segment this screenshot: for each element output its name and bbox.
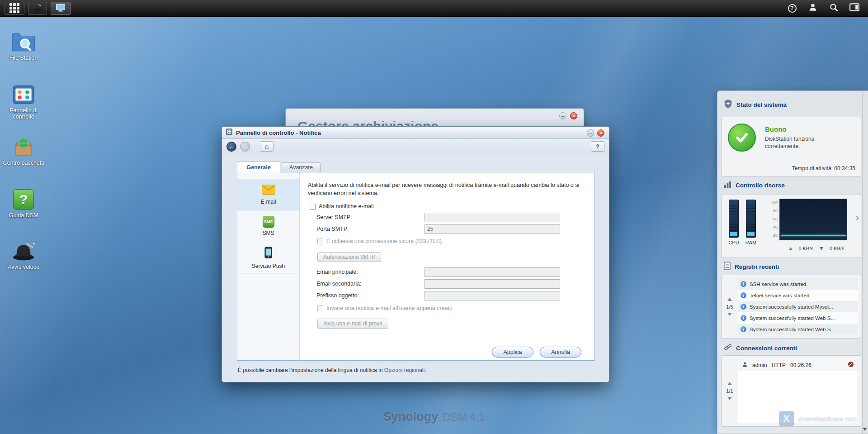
log-row[interactable]: i SSH service was started.	[738, 278, 858, 290]
tab-avanzate[interactable]: Avanzate	[282, 162, 321, 172]
log-row[interactable]: i System successfully started Web S...	[738, 324, 858, 335]
log-row[interactable]: i System successfully started Web S...	[738, 312, 858, 324]
smtp-server-input[interactable]	[425, 213, 560, 222]
minimize-button[interactable]: –	[587, 129, 594, 137]
enable-email-checkbox[interactable]: Abilita notifiche e-mail	[310, 203, 374, 210]
uptime-text: Tempo di attività: 00:34:35	[792, 165, 855, 172]
forward-button[interactable]: →	[240, 142, 250, 152]
taskbar-right-icons: ?	[787, 3, 863, 14]
smtp-port-row: Porta SMTP:	[300, 224, 594, 234]
ram-meter	[746, 200, 756, 238]
page-indicator: 1/1	[726, 388, 733, 394]
home-button[interactable]: ⌂	[260, 141, 274, 152]
desktop-icon-label: Avvio veloce	[2, 264, 45, 270]
page-down-button[interactable]	[727, 397, 732, 400]
minimize-button[interactable]: –	[559, 112, 566, 119]
sms-icon: SMS	[263, 216, 274, 228]
title-bar[interactable]: Pannello di controllo - Notifica – ×	[222, 127, 609, 139]
notify-new-user-checkbox[interactable]: Inviare una notifica e-mail all'utente a…	[317, 305, 453, 311]
page-down-button[interactable]	[727, 313, 732, 316]
desktop-icon-dsm-help[interactable]: ? Guida DSM	[2, 186, 45, 219]
dsm-help-icon: ?	[2, 186, 45, 210]
taskbar: ?	[0, 0, 868, 17]
user-icon	[742, 362, 748, 369]
connection-time: 00:26:26	[790, 362, 811, 368]
checkbox[interactable]	[317, 238, 323, 244]
info-icon: i	[741, 315, 746, 321]
desktop-icon-label: Pannello di controllo	[2, 107, 45, 120]
scroll-down-button[interactable]	[862, 425, 868, 433]
email-primary-input[interactable]	[425, 267, 560, 277]
control-panel-notification-window: Pannello di controllo - Notifica – × ← →…	[222, 126, 609, 382]
taskbar-app-desktop[interactable]	[51, 2, 71, 15]
status-ok-icon	[728, 124, 756, 152]
search-button[interactable]	[828, 3, 839, 14]
smartphone-icon	[264, 246, 272, 261]
subject-prefix-row: Prefisso oggetto:	[300, 291, 594, 300]
sidebar-item-email[interactable]: E-mail	[237, 179, 299, 210]
subject-prefix-input[interactable]	[425, 291, 560, 300]
log-row[interactable]: i Telnet service was started.	[738, 290, 858, 301]
smtp-port-input[interactable]	[425, 224, 560, 234]
cancel-button[interactable]: Annulla	[540, 347, 581, 358]
close-button[interactable]: ×	[570, 112, 577, 119]
status-message: DiskStation funziona correttamente.	[765, 135, 851, 150]
upload-arrow-icon	[789, 247, 793, 250]
checkbox[interactable]	[317, 305, 323, 311]
taskbar-app-quick-launch[interactable]	[28, 2, 47, 15]
smtp-auth-button[interactable]: Autenticazione SMTP	[317, 252, 381, 262]
desktop-icon-package-center[interactable]: Centro pacchetti	[2, 134, 45, 166]
page-up-button[interactable]	[727, 298, 732, 301]
tab-generale[interactable]: Generale	[237, 162, 280, 172]
email-secondary-input[interactable]	[425, 279, 560, 289]
email-primary-label: Email principale:	[316, 269, 358, 275]
back-button[interactable]: ←	[226, 142, 236, 152]
upload-rate: 0 KB/s	[799, 246, 813, 251]
ssl-checkbox[interactable]: È richiesta una connessione sicura (SSL/…	[317, 238, 443, 244]
notification-channels: E-mail SMS SMS Servizio Push	[237, 172, 300, 360]
window-title: Pannello di controllo - Notifica	[236, 129, 321, 136]
desktop-icon-file-station[interactable]: File Station	[2, 29, 45, 61]
monitor-icon	[56, 3, 66, 14]
back-icon: ←	[228, 143, 235, 150]
toolbar: ← → ⌂	[222, 139, 609, 154]
description-text: Abilita il servizio di notifica e-mail p…	[308, 181, 588, 197]
user-menu-button[interactable]	[807, 3, 818, 14]
send-test-email-button[interactable]: Invia una e-mail di prova	[317, 319, 388, 329]
checkbox[interactable]	[310, 204, 316, 210]
widget-panel-scrollbar[interactable]	[862, 91, 868, 434]
log-row[interactable]: i System successfully started Mysql...	[738, 301, 858, 312]
desktop-icon-control-panel[interactable]: Pannello di controllo	[2, 81, 45, 120]
apply-button[interactable]: Applica	[492, 347, 533, 358]
window-help-button[interactable]: ?	[591, 141, 604, 152]
resource-monitor-widget: CPU RAM 100 80 60 40 20 › 0 KB/s 0 KB/s	[721, 195, 861, 258]
info-icon: i	[741, 292, 746, 298]
desktop-icon-quick-launch[interactable]: Avvio veloce	[2, 238, 45, 270]
main-menu-button[interactable]	[5, 2, 24, 15]
close-button[interactable]: ×	[597, 129, 604, 137]
widgets-toggle-button[interactable]	[849, 3, 860, 14]
info-icon: i	[741, 281, 746, 287]
email-icon	[262, 185, 275, 196]
bar-chart-icon	[724, 181, 731, 190]
xtremehardware-logo: X	[779, 411, 794, 426]
desktop: ? File Station	[0, 0, 868, 434]
logs-pager: 1/5	[722, 275, 738, 338]
expand-resource-button[interactable]: ›	[856, 212, 859, 223]
help-button[interactable]: ?	[787, 3, 797, 14]
smtp-server-label: Server SMTP:	[316, 214, 352, 220]
site-watermark: X xtremehardware.com	[779, 411, 858, 426]
sidebar-item-push-service[interactable]: Servizio Push	[237, 242, 299, 274]
page-up-button[interactable]	[727, 382, 732, 385]
info-icon: i	[741, 326, 746, 332]
disconnect-icon[interactable]	[848, 361, 854, 369]
network-rates: 0 KB/s 0 KB/s	[776, 246, 857, 251]
regional-options-link[interactable]: Opzioni regionali	[384, 367, 425, 373]
sidebar-item-sms[interactable]: SMS SMS	[237, 210, 299, 242]
cpu-label: CPU	[725, 240, 743, 245]
connection-row[interactable]: admin HTTP 00:26:26	[738, 359, 858, 371]
tab-content: E-mail SMS SMS Servizio Push Abilita il …	[237, 172, 595, 361]
download-rate: 0 KB/s	[830, 246, 844, 251]
info-icon: i	[741, 304, 746, 310]
ram-label: RAM	[742, 240, 760, 245]
